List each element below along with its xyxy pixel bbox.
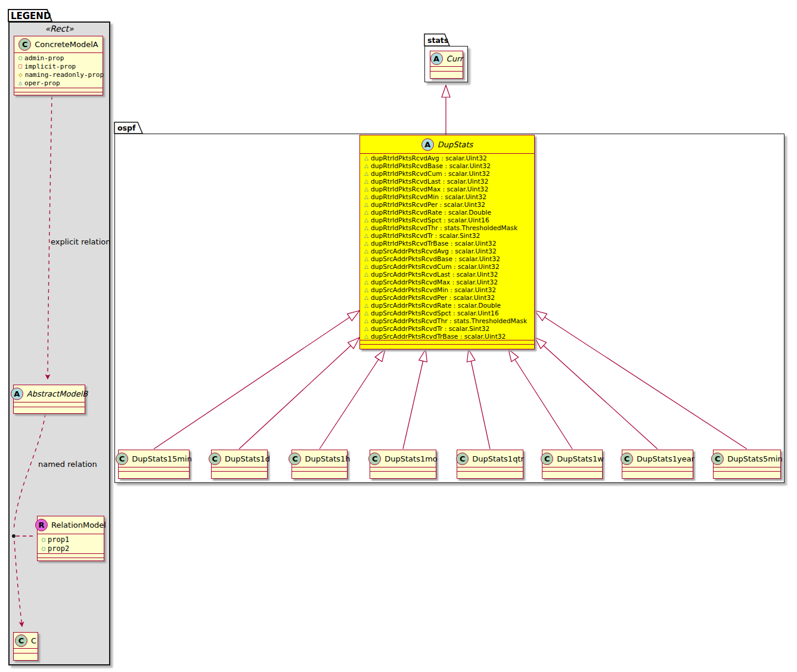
attribute-label: dupRtrIdPktsRcvdBase : scalar.Uint32 bbox=[371, 162, 491, 170]
ospf-package-title: ospf bbox=[117, 123, 135, 132]
attribute-label: dupRtrIdPktsRcvdThr : stats.ThresholdedM… bbox=[371, 224, 517, 232]
class-dupstats15min: C DupStats15min bbox=[118, 450, 190, 479]
oper-triangle-icon: △ bbox=[364, 264, 368, 270]
attribute-row: △ dupSrcAddrPktsRcvdTr : scalar.Sint32 bbox=[360, 325, 534, 333]
oper-triangle-icon: △ bbox=[364, 272, 368, 277]
empty-compartment bbox=[622, 467, 693, 471]
property-row: ○ prop1 bbox=[38, 535, 104, 544]
class-name: C bbox=[31, 636, 36, 645]
empty-compartment bbox=[360, 340, 534, 344]
attribute-label: dupSrcAddrPktsRcvdSpct : scalar.Uint16 bbox=[371, 309, 499, 317]
attribute-label: dupRtrIdPktsRcvdCum : scalar.Uint32 bbox=[371, 170, 490, 178]
implicit-square-icon: □ bbox=[18, 63, 22, 69]
empty-compartment bbox=[430, 71, 463, 75]
empty-compartment bbox=[14, 88, 103, 92]
attribute-label: dupRtrIdPktsRcvdTrBase : scalar.Uint32 bbox=[371, 240, 497, 247]
class-title: C DupStats15min bbox=[119, 450, 189, 467]
empty-compartment bbox=[14, 407, 85, 411]
empty-compartment bbox=[542, 467, 602, 471]
oper-triangle-icon: △ bbox=[364, 334, 368, 339]
admin-circle-icon: ○ bbox=[42, 546, 45, 552]
class-name: DupStats1h bbox=[305, 454, 350, 463]
class-name: DupStats1year bbox=[637, 454, 694, 463]
empty-compartment bbox=[457, 471, 523, 475]
attribute-label: dupRtrIdPktsRcvdRate : scalar.Double bbox=[371, 209, 491, 216]
class-dupstats1w: C DupStats1w bbox=[542, 450, 603, 479]
attribute-row: △ dupRtrIdPktsRcvdTr : scalar.Sint32 bbox=[360, 232, 534, 240]
oper-triangle-icon: △ bbox=[364, 311, 368, 316]
oper-triangle-icon: △ bbox=[364, 280, 368, 285]
oper-triangle-icon: △ bbox=[364, 287, 368, 293]
class-name: Curr bbox=[446, 54, 463, 63]
empty-compartment bbox=[714, 467, 780, 471]
class-abstractmodelb: A AbstractModelB bbox=[13, 385, 85, 414]
class-spot-icon: C bbox=[116, 453, 128, 465]
empty-compartment bbox=[38, 558, 104, 562]
attribute-label: dupRtrIdPktsRcvdTr : scalar.Sint32 bbox=[371, 232, 480, 240]
oper-triangle-icon: △ bbox=[364, 303, 368, 308]
attribute-label: dupSrcAddrPktsRcvdPer : scalar.Uint32 bbox=[371, 294, 495, 302]
class-title: C DupStats1qtr bbox=[457, 450, 523, 467]
class-dupstats1h: C DupStats1h bbox=[291, 450, 348, 479]
attribute-row: △ dupSrcAddrPktsRcvdLast : scalar.Uint32 bbox=[360, 271, 534, 278]
class-c: C C bbox=[13, 632, 38, 661]
attribute-row: △ dupSrcAddrPktsRcvdBase : scalar.Uint32 bbox=[360, 255, 534, 263]
class-title: C DupStats1d bbox=[212, 450, 267, 467]
attribute-label: dupSrcAddrPktsRcvdCum : scalar.Uint32 bbox=[371, 263, 500, 271]
class-dupstats-attributes: △ dupRtrIdPktsRcvdAvg : scalar.Uint32 △ … bbox=[360, 154, 534, 340]
class-dupstats1qtr: C DupStats1qtr bbox=[457, 450, 523, 479]
attribute-row: △ dupSrcAddrPktsRcvdThr : stats.Threshol… bbox=[360, 317, 534, 325]
oper-triangle-icon: △ bbox=[364, 156, 368, 161]
property-label: admin-prop bbox=[24, 54, 64, 62]
class-c-title: C C bbox=[14, 633, 38, 649]
attribute-row: △ dupRtrIdPktsRcvdCum : scalar.Uint32 bbox=[360, 170, 534, 178]
attribute-label: dupRtrIdPktsRcvdMin : scalar.Uint32 bbox=[371, 193, 486, 201]
empty-compartment bbox=[212, 467, 267, 471]
oper-triangle-icon: △ bbox=[364, 187, 368, 192]
empty-compartment bbox=[542, 471, 602, 475]
class-name: DupStats1qtr bbox=[472, 454, 524, 463]
admin-circle-icon: ○ bbox=[18, 55, 22, 61]
empty-compartment bbox=[14, 653, 38, 657]
class-title: C DupStats5min bbox=[714, 450, 780, 467]
oper-triangle-icon: △ bbox=[364, 295, 368, 301]
attribute-row: △ dupRtrIdPktsRcvdTrBase : scalar.Uint32 bbox=[360, 240, 534, 247]
abstract-spot-icon: A bbox=[421, 138, 434, 151]
class-abstractmodelb-title: A AbstractModelB bbox=[14, 385, 85, 402]
class-curr-title: A Curr bbox=[430, 51, 463, 67]
admin-circle-icon: ○ bbox=[42, 537, 45, 543]
class-spot-icon: C bbox=[209, 453, 221, 465]
abstract-spot-icon: A bbox=[430, 52, 443, 65]
class-title: C DupStats1w bbox=[542, 450, 602, 467]
attribute-label: dupRtrIdPktsRcvdPer : scalar.Uint32 bbox=[371, 201, 485, 209]
class-dupstats: A DupStats △ dupRtrIdPktsRcvdAvg : scala… bbox=[359, 135, 535, 349]
empty-compartment bbox=[714, 471, 780, 475]
class-name: DupStats1d bbox=[225, 454, 270, 463]
attribute-row: △ dupSrcAddrPktsRcvdSpct : scalar.Uint16 bbox=[360, 309, 534, 317]
oper-triangle-icon: △ bbox=[364, 210, 368, 215]
class-spot-icon: C bbox=[368, 453, 381, 465]
attribute-row: △ dupSrcAddrPktsRcvdMax : scalar.Uint32 bbox=[360, 278, 534, 286]
named-relation-label: named relation bbox=[38, 460, 97, 469]
attribute-row: △ dupRtrIdPktsRcvdRate : scalar.Double bbox=[360, 209, 534, 216]
attribute-label: dupRtrIdPktsRcvdSpct : scalar.Uint16 bbox=[371, 216, 489, 224]
class-spot-icon: C bbox=[15, 634, 27, 647]
legend-package-title: LEGEND bbox=[11, 11, 51, 21]
class-curr: A Curr bbox=[430, 51, 463, 79]
oper-triangle-icon: △ bbox=[18, 80, 22, 86]
attribute-label: dupSrcAddrPktsRcvdBase : scalar.Uint32 bbox=[371, 255, 500, 263]
property-row: □ implicit-prop bbox=[14, 62, 103, 70]
empty-compartment bbox=[14, 649, 38, 653]
oper-triangle-icon: △ bbox=[364, 326, 368, 332]
class-name: ConcreteModelA bbox=[35, 40, 98, 49]
class-name: RelationModel bbox=[51, 521, 106, 529]
empty-compartment bbox=[212, 471, 267, 475]
class-dupstats-title: A DupStats bbox=[360, 135, 534, 154]
explicit-relation-label: explicit relation bbox=[51, 237, 110, 246]
class-name: DupStats15min bbox=[132, 454, 192, 463]
property-row: ◇ naming-readonly-prop bbox=[14, 70, 103, 79]
attribute-row: △ dupRtrIdPktsRcvdMax : scalar.Uint32 bbox=[360, 185, 534, 193]
empty-compartment bbox=[119, 471, 189, 475]
class-spot-icon: C bbox=[621, 453, 633, 465]
attribute-label: dupRtrIdPktsRcvdMax : scalar.Uint32 bbox=[371, 185, 488, 193]
